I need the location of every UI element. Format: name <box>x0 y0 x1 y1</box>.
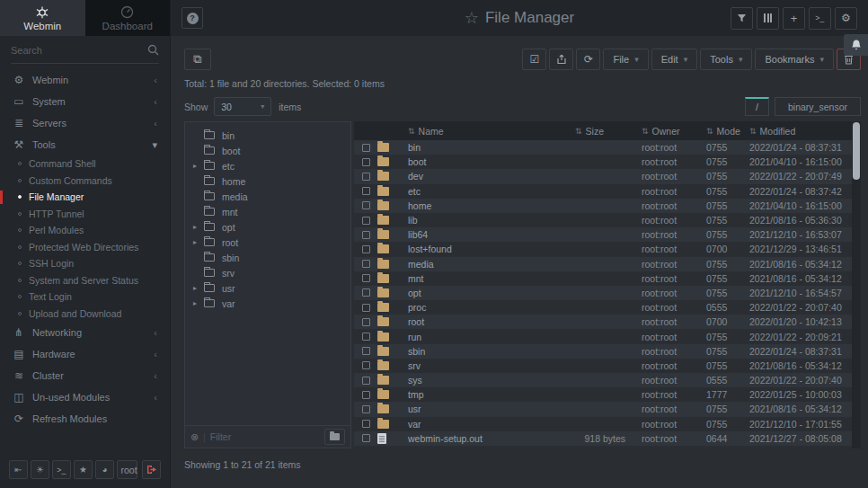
user-button[interactable]: root <box>117 460 137 479</box>
column-header-owner[interactable]: ⇅ Owner <box>629 126 701 137</box>
column-header-modified[interactable]: ⇅ Modified <box>749 126 850 137</box>
file-name[interactable]: dev <box>404 171 552 182</box>
table-row[interactable]: lib root:root 0755 2021/08/16 - 05:36:30 <box>354 213 861 227</box>
row-checkbox[interactable] <box>362 173 370 181</box>
row-checkbox[interactable] <box>362 405 370 413</box>
row-checkbox[interactable] <box>362 391 370 399</box>
tree-item[interactable]: ▸ root <box>185 235 350 250</box>
notifications-tab[interactable] <box>844 34 868 56</box>
row-checkbox[interactable] <box>362 333 370 341</box>
add-button[interactable]: + <box>783 7 805 30</box>
breadcrumb-root[interactable]: / <box>745 97 769 116</box>
sidebar-item[interactable]: ⚒ Tools ▾ <box>0 134 170 155</box>
table-row[interactable]: srv root:root 0755 2021/08/16 - 05:34:12 <box>354 359 861 373</box>
table-row[interactable]: root root:root 0700 2022/01/20 - 10:42:1… <box>354 315 861 329</box>
sidebar-item[interactable]: Text Login <box>0 288 170 306</box>
file-name[interactable]: mnt <box>404 273 552 284</box>
file-name[interactable]: sys <box>404 375 552 386</box>
table-row[interactable]: sys root:root 0555 2022/01/22 - 20:07:40 <box>354 373 861 387</box>
tree-item[interactable]: ▸ opt <box>185 219 350 235</box>
table-row[interactable]: mnt root:root 0755 2021/08/16 - 05:34:12 <box>354 271 861 286</box>
settings-button[interactable]: ⚙ <box>835 7 857 30</box>
terminal-button[interactable]: >_ <box>52 460 71 479</box>
column-header-mode[interactable]: ⇅ Mode <box>701 126 749 137</box>
row-checkbox[interactable] <box>362 187 370 195</box>
table-row[interactable]: dev root:root 0755 2022/01/22 - 20:07:49 <box>354 169 861 183</box>
file-name[interactable]: srv <box>404 360 552 371</box>
row-checkbox[interactable] <box>362 201 370 209</box>
sidebar-item[interactable]: Custom Commands <box>0 173 170 190</box>
tree-item[interactable]: ▸ usr <box>185 280 350 296</box>
sidebar-item[interactable]: ⋔ Networking ‹ <box>0 322 170 343</box>
row-checkbox[interactable] <box>362 377 370 385</box>
tools-menu-button[interactable]: Tools ▾ <box>700 49 752 70</box>
file-name[interactable]: lib <box>404 215 552 226</box>
tree-item[interactable]: media <box>185 189 350 204</box>
page-size-select[interactable]: 30 ▾ <box>214 97 271 116</box>
row-checkbox[interactable] <box>362 288 370 297</box>
table-row[interactable]: sbin root:root 0755 2022/01/24 - 08:37:3… <box>354 344 861 359</box>
row-checkbox[interactable] <box>362 361 370 369</box>
file-menu-button[interactable]: File ▾ <box>603 49 648 70</box>
tree-item[interactable]: bin <box>185 128 350 143</box>
file-name[interactable]: webmin-setup.out <box>404 433 552 444</box>
sidebar-item[interactable]: System and Server Status <box>0 272 170 289</box>
paste-buffer-button[interactable]: ⧉ <box>184 49 211 70</box>
expand-caret-icon[interactable]: ▸ <box>193 284 202 292</box>
table-row[interactable]: proc root:root 0555 2022/01/22 - 20:07:4… <box>354 300 861 315</box>
tree-item[interactable]: srv <box>185 265 350 280</box>
edit-menu-button[interactable]: Edit ▾ <box>651 49 698 70</box>
row-checkbox[interactable] <box>362 304 370 312</box>
row-checkbox[interactable] <box>362 245 370 253</box>
column-header-name[interactable]: ⇅ Name <box>404 126 552 137</box>
sidebar-item[interactable]: Upload and Download <box>0 306 170 323</box>
file-name[interactable]: opt <box>404 288 552 298</box>
table-row[interactable]: home root:root 0755 2021/04/10 - 16:15:0… <box>354 199 861 213</box>
sidebar-item[interactable]: SSH Login <box>0 255 170 272</box>
file-name[interactable]: root <box>404 316 552 327</box>
expand-caret-icon[interactable]: ▸ <box>193 223 202 231</box>
shell-button[interactable]: >_ <box>809 7 831 30</box>
favorites-button[interactable]: ★ <box>74 460 93 479</box>
language-button[interactable]: ◕ <box>95 460 114 479</box>
tree-item[interactable]: ▸ etc <box>185 158 350 173</box>
select-all-button[interactable]: ☑ <box>522 49 546 70</box>
row-checkbox[interactable] <box>362 144 370 152</box>
theme-sun-button[interactable]: ☀ <box>31 460 49 479</box>
filter-button[interactable] <box>731 7 753 30</box>
file-name[interactable]: media <box>404 259 552 270</box>
help-button[interactable]: ? <box>182 7 203 29</box>
sidebar-item[interactable]: Perl Modules <box>0 222 170 239</box>
sidebar-item[interactable]: File Manager <box>0 189 170 206</box>
sidebar-item[interactable]: ▭ System ‹ <box>0 91 170 112</box>
sidebar-item[interactable]: ▤ Hardware ‹ <box>0 343 170 365</box>
table-row[interactable]: lost+found root:root 0700 2021/12/29 - 1… <box>354 242 861 256</box>
sidebar-item[interactable]: ⚙ Webmin ‹ <box>0 69 170 91</box>
bookmarks-menu-button[interactable]: Bookmarks ▾ <box>755 49 834 70</box>
expand-caret-icon[interactable]: ▸ <box>193 238 202 246</box>
table-row[interactable]: bin root:root 0755 2022/01/24 - 08:37:31 <box>354 140 861 155</box>
refresh-button[interactable]: ⟳ <box>576 49 600 70</box>
tree-item[interactable]: home <box>185 173 350 189</box>
row-checkbox[interactable] <box>362 231 370 239</box>
row-checkbox[interactable] <box>362 318 370 326</box>
table-row[interactable]: lib64 root:root 0755 2021/12/10 - 16:53:… <box>354 227 861 242</box>
tree-item[interactable]: boot <box>185 143 350 158</box>
sidebar-item[interactable]: HTTP Tunnel <box>0 206 170 223</box>
file-name[interactable]: bin <box>404 142 552 153</box>
file-name[interactable]: lib64 <box>404 229 552 240</box>
tab-dashboard[interactable]: Dashboard <box>85 0 171 36</box>
table-row[interactable]: etc root:root 0755 2022/01/24 - 08:37:42 <box>354 184 861 199</box>
row-checkbox[interactable] <box>362 260 370 268</box>
share-button[interactable] <box>549 49 573 70</box>
table-row[interactable]: tmp root:root 1777 2022/01/25 - 10:00:03 <box>354 387 861 402</box>
scrollbar-thumb[interactable] <box>853 122 860 180</box>
row-checkbox[interactable] <box>362 217 370 225</box>
row-checkbox[interactable] <box>362 434 370 442</box>
table-row[interactable]: opt root:root 0755 2021/12/10 - 16:54:57 <box>354 286 861 300</box>
file-name[interactable]: tmp <box>404 389 552 400</box>
row-checkbox[interactable] <box>362 347 370 355</box>
sidebar-item[interactable]: ≋ Cluster ‹ <box>0 365 170 386</box>
sidebar-item[interactable]: Command Shell <box>0 155 170 173</box>
table-row[interactable]: webmin-setup.out 918 bytes root:root 064… <box>354 431 861 446</box>
